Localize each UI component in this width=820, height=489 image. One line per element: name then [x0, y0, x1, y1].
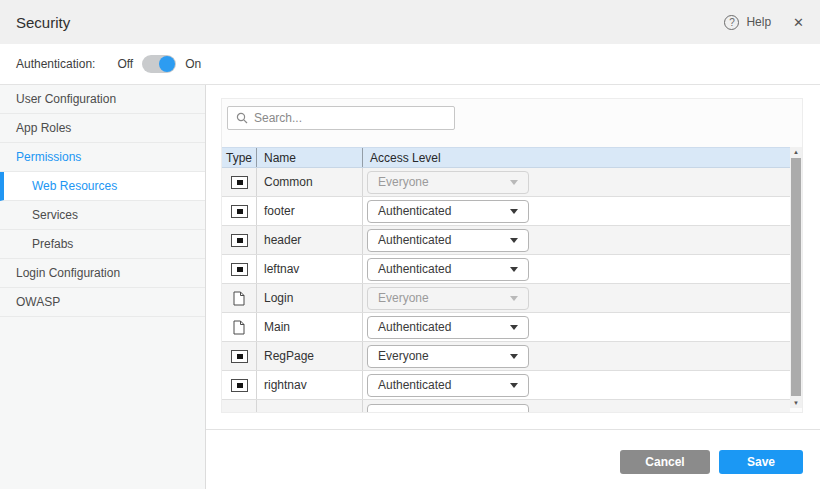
access-level-select[interactable]: Authenticated — [367, 374, 529, 397]
sidebar-item-prefabs[interactable]: Prefabs — [0, 230, 205, 259]
access-level-select[interactable]: Authenticated — [367, 200, 529, 223]
resource-name: RegPage — [257, 342, 363, 370]
table-row: LoginEveryone — [222, 284, 790, 313]
sidebar-item-user-configuration[interactable]: User Configuration — [0, 85, 205, 114]
chevron-down-icon — [510, 325, 518, 330]
sidebar-item-label: App Roles — [16, 121, 71, 135]
access-level-value: Everyone — [378, 175, 429, 189]
search-icon — [236, 112, 248, 124]
access-level-value: Everyone — [378, 349, 429, 363]
access-level-cell: Authenticated — [363, 226, 790, 254]
partial-icon — [231, 234, 248, 247]
access-level-select[interactable]: Authenticated — [367, 316, 529, 339]
sidebar: User ConfigurationApp RolesPermissionsWe… — [0, 85, 206, 489]
scroll-down-icon[interactable]: ▼ — [790, 398, 802, 408]
authentication-bar: Authentication: Off On — [0, 44, 820, 85]
scroll-up-icon[interactable]: ▲ — [790, 147, 802, 157]
chevron-down-icon — [510, 238, 518, 243]
resource-name: Main — [257, 313, 363, 341]
authentication-label: Authentication: — [16, 57, 95, 71]
sidebar-item-owasp[interactable]: OWASP — [0, 288, 205, 317]
sidebar-item-app-roles[interactable]: App Roles — [0, 114, 205, 143]
sidebar-item-login-configuration[interactable]: Login Configuration — [0, 259, 205, 288]
table-row: RegPageEveryone — [222, 342, 790, 371]
access-level-select: Everyone — [367, 287, 529, 310]
access-level-value: Authenticated — [378, 204, 451, 218]
table-row: headerAuthenticated — [222, 226, 790, 255]
resource-name — [257, 400, 363, 413]
resources-table: Type Name Access Level CommonEveryonefoo… — [222, 147, 790, 413]
type-cell — [222, 168, 257, 196]
resource-name: rightnav — [257, 371, 363, 399]
type-cell — [222, 226, 257, 254]
resource-name: Common — [257, 168, 363, 196]
partial-icon — [231, 176, 248, 189]
access-level-select — [367, 404, 529, 413]
access-level-select[interactable]: Everyone — [367, 345, 529, 368]
access-level-select[interactable]: Authenticated — [367, 229, 529, 252]
partial-icon — [231, 350, 248, 363]
save-button[interactable]: Save — [719, 450, 803, 474]
title-bar-actions: ? Help ✕ — [724, 15, 804, 30]
sidebar-item-label: Web Resources — [32, 179, 117, 193]
column-header-type: Type — [222, 148, 257, 167]
chevron-down-icon — [510, 383, 518, 388]
help-icon: ? — [724, 15, 739, 30]
help-button[interactable]: ? Help — [724, 15, 771, 30]
access-level-select: Everyone — [367, 171, 529, 194]
page-title: Security — [16, 14, 70, 31]
sidebar-item-label: Permissions — [16, 150, 81, 164]
partial-icon — [231, 263, 248, 276]
resource-name: footer — [257, 197, 363, 225]
chevron-down-icon — [510, 354, 518, 359]
access-level-cell: Authenticated — [363, 197, 790, 225]
access-level-value: Everyone — [378, 291, 429, 305]
access-level-cell: Authenticated — [363, 313, 790, 341]
partial-icon — [231, 379, 248, 392]
authentication-toggle[interactable] — [142, 55, 176, 73]
chevron-down-icon — [510, 267, 518, 272]
resource-name: Login — [257, 284, 363, 312]
chevron-down-icon — [510, 296, 518, 301]
close-icon[interactable]: ✕ — [793, 15, 804, 30]
type-cell — [222, 197, 257, 225]
sidebar-item-label: OWASP — [16, 295, 60, 309]
toggle-on-label: On — [185, 57, 201, 71]
security-dialog: Security ? Help ✕ Authentication: Off On… — [0, 0, 820, 489]
column-header-access-level: Access Level — [363, 148, 790, 167]
access-level-cell: Everyone — [363, 168, 790, 196]
sidebar-item-web-resources[interactable]: Web Resources — [0, 172, 205, 201]
access-level-value: Authenticated — [378, 320, 451, 334]
access-level-cell — [363, 400, 790, 413]
sidebar-item-label: Login Configuration — [16, 266, 120, 280]
sidebar-item-services[interactable]: Services — [0, 201, 205, 230]
search-input[interactable] — [254, 111, 446, 125]
sidebar-item-label: Prefabs — [32, 237, 73, 251]
type-cell — [222, 284, 257, 312]
type-cell — [222, 313, 257, 341]
access-level-value: Authenticated — [378, 233, 451, 247]
access-level-select[interactable]: Authenticated — [367, 258, 529, 281]
page-icon — [233, 291, 245, 306]
toggle-knob — [159, 56, 175, 72]
sidebar-item-label: User Configuration — [16, 92, 116, 106]
footer-divider — [206, 429, 820, 430]
access-level-cell: Everyone — [363, 342, 790, 370]
chevron-down-icon — [510, 180, 518, 185]
vertical-scrollbar[interactable]: ▲ ▼ — [790, 147, 802, 408]
web-resources-panel: Type Name Access Level CommonEveryonefoo… — [221, 98, 803, 413]
sidebar-item-permissions[interactable]: Permissions — [0, 143, 205, 172]
access-level-value: Authenticated — [378, 378, 451, 392]
sidebar-item-label: Services — [32, 208, 78, 222]
partial-icon — [231, 205, 248, 218]
resource-name: leftnav — [257, 255, 363, 283]
cancel-button[interactable]: Cancel — [620, 450, 710, 474]
toggle-off-label: Off — [117, 57, 133, 71]
chevron-down-icon — [510, 209, 518, 214]
table-body: CommonEveryonefooterAuthenticatedheaderA… — [222, 168, 790, 413]
help-label: Help — [746, 15, 771, 29]
type-cell — [222, 342, 257, 370]
type-cell — [222, 400, 257, 413]
scrollbar-thumb[interactable] — [791, 158, 801, 396]
search-box[interactable] — [227, 106, 455, 130]
